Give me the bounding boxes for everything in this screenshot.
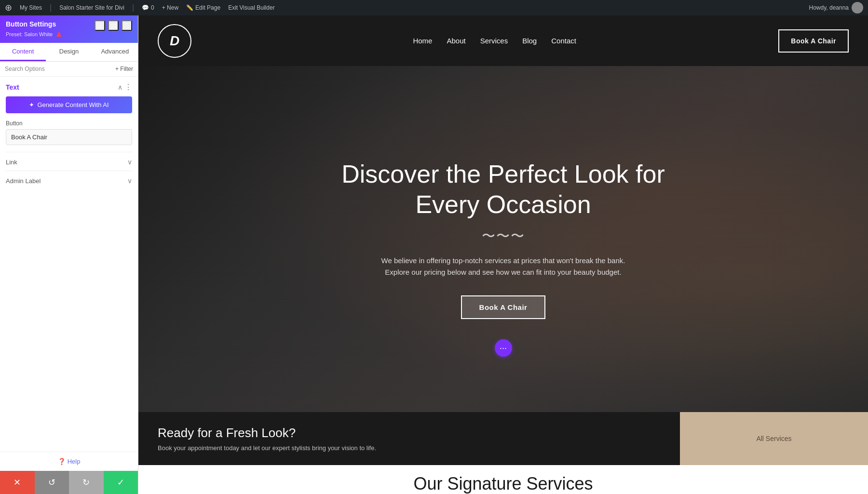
save-button[interactable]: ✓	[104, 471, 138, 494]
preset-arrow-icon: ▲	[54, 29, 63, 39]
hero-title: Discover the Perfect Look for Every Occa…	[335, 159, 672, 219]
help-circle-icon: ❓	[58, 458, 66, 465]
my-sites-link[interactable]: My Sites	[20, 4, 42, 11]
ai-icon: ✦	[29, 101, 34, 108]
hero-squiggle-decoration: 〜〜〜	[482, 227, 525, 245]
save-icon: ✓	[117, 477, 124, 488]
admin-label-collapse-button[interactable]: ∨	[127, 177, 132, 185]
logo-letter: D	[170, 33, 179, 49]
text-section-collapse-button[interactable]: ∧	[118, 83, 122, 91]
nav-home[interactable]: Home	[413, 37, 432, 45]
signature-title: Our Signature Services	[413, 474, 593, 494]
hero-cta-button[interactable]: Book A Chair	[461, 295, 546, 319]
magic-wand-button[interactable]: ⊞	[95, 20, 105, 31]
admin-label-section: Admin Label ∨	[6, 171, 132, 189]
main-layout: Button Settings Preset: Salon White ▲ ⊞ …	[0, 15, 868, 494]
redo-button[interactable]: ↻	[69, 471, 104, 494]
site-nav: Home About Services Blog Contact	[211, 37, 778, 45]
preview-area: D Home About Services Blog Contact	[138, 15, 868, 494]
fresh-look-text: Book your appointment today and let our …	[158, 444, 661, 452]
button-field-label: Button	[6, 120, 132, 127]
hero-subtitle: We believe in offering top-notch service…	[378, 255, 629, 278]
howdy-section: Howdy, deanna	[809, 2, 864, 13]
tab-content[interactable]: Content	[0, 43, 46, 61]
wp-logo-icon[interactable]: ⊕	[5, 2, 12, 13]
sidebar-tabs: Content Design Advanced	[0, 43, 138, 62]
sidebar-header-content: Button Settings Preset: Salon White ▲	[6, 20, 63, 39]
new-link[interactable]: + New	[162, 4, 178, 11]
admin-bar: ⊕ My Sites | Salon Starter Site for Divi…	[0, 0, 868, 15]
all-services-section[interactable]: All Services	[680, 412, 868, 465]
button-text-input[interactable]	[6, 129, 132, 145]
site-logo: D	[158, 24, 191, 58]
generate-ai-button[interactable]: ✦ Generate Content With AI	[6, 96, 132, 113]
site-header: D Home About Services Blog Contact	[138, 15, 868, 66]
sidebar-help: ❓ Help	[0, 452, 138, 471]
sidebar-bottom-bar: ✕ ↺ ↻ ✓	[0, 471, 138, 494]
comment-icon: 💬	[142, 4, 149, 11]
undo-icon: ↺	[48, 477, 55, 488]
my-sites-label: My Sites	[20, 4, 42, 11]
edit-page-link[interactable]: ✏️ Edit Page	[186, 4, 220, 11]
link-section-title: Link	[6, 159, 17, 166]
fresh-look-title: Ready for a Fresh Look?	[158, 426, 661, 441]
signature-section: Our Signature Services	[138, 465, 868, 494]
header-book-chair-button[interactable]: Book A Chair	[778, 29, 849, 53]
nav-about[interactable]: About	[447, 37, 465, 45]
filter-label: + Filter	[115, 66, 133, 72]
header-book-chair-label: Book A Chair	[791, 37, 836, 45]
link-section: Link ∨	[6, 152, 132, 171]
text-section-title: Text	[6, 83, 19, 91]
sidebar-title: Button Settings	[6, 20, 63, 28]
layout-button[interactable]: ▤	[108, 20, 119, 31]
site-name-link[interactable]: Salon Starter Site for Divi	[59, 4, 124, 11]
admin-label-title: Admin Label	[6, 177, 41, 185]
help-label: Help	[68, 458, 81, 465]
link-section-header[interactable]: Link ∨	[6, 158, 132, 166]
avatar	[852, 2, 863, 13]
text-section-controls: ∧ ⋮	[118, 82, 132, 92]
edit-page-label: Edit Page	[195, 4, 220, 11]
site-name: Salon Starter Site for Divi	[59, 4, 124, 11]
text-section-header: Text ∧ ⋮	[6, 82, 132, 92]
fresh-look-section: Ready for a Fresh Look? Book your appoin…	[138, 412, 680, 465]
undo-button[interactable]: ↺	[35, 471, 69, 494]
all-services-label[interactable]: All Services	[756, 435, 791, 442]
sidebar-search-bar: + Filter	[0, 62, 138, 77]
pencil-icon: ✏️	[186, 4, 193, 11]
exit-builder-link[interactable]: Exit Visual Builder	[228, 4, 275, 11]
sidebar-header-icons: ⊞ ▤ ⋮	[95, 20, 132, 31]
sidebar-content-area: Text ∧ ⋮ ✦ Generate Content With AI Butt…	[0, 77, 138, 452]
sidebar-header: Button Settings Preset: Salon White ▲ ⊞ …	[0, 15, 138, 43]
hero-content: Discover the Perfect Look for Every Occa…	[138, 66, 868, 412]
tab-design[interactable]: Design	[46, 43, 92, 61]
more-options-button[interactable]: ⋮	[122, 20, 132, 31]
nav-blog[interactable]: Blog	[522, 37, 537, 45]
tab-advanced[interactable]: Advanced	[92, 43, 138, 61]
dots-icon: ···	[500, 343, 507, 353]
bottom-strip: Ready for a Fresh Look? Book your appoin…	[138, 412, 868, 465]
exit-builder-label: Exit Visual Builder	[228, 4, 275, 11]
comments-link[interactable]: 💬 0	[142, 4, 154, 11]
sidebar-preset: Preset: Salon White ▲	[6, 29, 63, 39]
search-options-input[interactable]	[5, 66, 112, 72]
hero-section: Discover the Perfect Look for Every Occa…	[138, 66, 868, 412]
admin-label-section-header[interactable]: Admin Label ∨	[6, 177, 132, 185]
sidebar-panel: Button Settings Preset: Salon White ▲ ⊞ …	[0, 15, 138, 494]
ai-button-label: Generate Content With AI	[37, 101, 108, 108]
howdy-label: Howdy, deanna	[809, 4, 849, 11]
cancel-icon: ✕	[14, 477, 21, 488]
text-section-more-button[interactable]: ⋮	[124, 82, 132, 92]
link-collapse-button[interactable]: ∨	[127, 158, 132, 166]
filter-button[interactable]: + Filter	[115, 66, 133, 72]
comments-count: 0	[151, 4, 154, 11]
floating-options-button[interactable]: ···	[495, 339, 512, 357]
nav-services[interactable]: Services	[480, 37, 508, 45]
preset-label: Preset: Salon White	[6, 31, 53, 37]
nav-contact[interactable]: Contact	[551, 37, 576, 45]
new-label: + New	[162, 4, 178, 11]
help-link[interactable]: ❓ Help	[6, 458, 132, 465]
redo-icon: ↻	[82, 477, 90, 488]
cancel-button[interactable]: ✕	[0, 471, 35, 494]
hero-cta-label: Book A Chair	[479, 303, 528, 311]
